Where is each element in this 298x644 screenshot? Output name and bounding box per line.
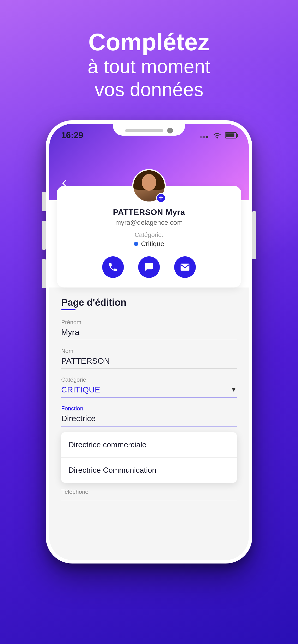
category-value: Critique bbox=[66, 240, 232, 248]
field-categorie[interactable]: CRITIQUE ▼ bbox=[61, 385, 237, 398]
form-group-nom: Nom PATTERSON bbox=[61, 348, 237, 369]
label-fonction: Fonction bbox=[61, 405, 237, 412]
form-group-categorie: Catégorie CRITIQUE ▼ bbox=[61, 376, 237, 398]
label-categorie: Catégorie bbox=[61, 376, 237, 383]
volume-up-button[interactable] bbox=[42, 221, 46, 250]
phone-call-button[interactable] bbox=[102, 256, 124, 278]
email-button[interactable] bbox=[174, 256, 196, 278]
hero-section: Complétez à tout moment vos données bbox=[88, 29, 210, 101]
field-nom[interactable]: PATTERSON bbox=[61, 356, 237, 369]
svg-point-3 bbox=[216, 137, 218, 138]
power-button[interactable] bbox=[252, 211, 256, 259]
status-time: 16:29 bbox=[61, 130, 83, 140]
dropdown-item-1[interactable]: Directrice commerciale bbox=[61, 432, 237, 458]
wifi-icon bbox=[212, 132, 222, 139]
hero-subtitle-line2: à tout moment bbox=[88, 55, 210, 78]
contact-email: myra@delagence.com bbox=[66, 219, 232, 226]
dropdown-arrow-icon: ▼ bbox=[231, 386, 237, 394]
dropdown-item-2[interactable]: Directrice Communication bbox=[61, 458, 237, 483]
category-label: Catégorie. bbox=[66, 231, 232, 238]
categorie-value-text: CRITIQUE bbox=[61, 385, 100, 394]
silent-switch[interactable] bbox=[42, 259, 46, 288]
dropdown-list: Directrice commerciale Directrice Commun… bbox=[61, 432, 237, 483]
section-title-underline bbox=[61, 309, 76, 310]
notch bbox=[113, 124, 185, 136]
field-telephone[interactable] bbox=[61, 497, 237, 500]
category-dot bbox=[134, 242, 138, 246]
phone-mockup: 16:29 bbox=[46, 120, 252, 564]
svg-point-2 bbox=[206, 136, 208, 138]
form-group-prenom: Prénom Myra bbox=[61, 319, 237, 340]
phone-icon bbox=[108, 262, 118, 272]
label-prenom: Prénom bbox=[61, 319, 237, 326]
action-buttons bbox=[66, 256, 232, 278]
contact-name: PATTERSON Myra bbox=[66, 208, 232, 217]
message-button[interactable] bbox=[138, 256, 160, 278]
edit-section: Page d'édition Prénom Myra Nom PATTERSON… bbox=[49, 288, 249, 560]
volume-down-button[interactable] bbox=[42, 192, 46, 211]
front-camera bbox=[167, 128, 173, 134]
profile-card: + PATTERSON Myra myra@delagence.com Caté… bbox=[57, 186, 241, 288]
signal-icon bbox=[200, 132, 209, 138]
svg-point-0 bbox=[200, 136, 203, 138]
field-fonction[interactable]: Directrice bbox=[61, 414, 237, 426]
hero-subtitle-line3: vos données bbox=[88, 78, 210, 101]
label-nom: Nom bbox=[61, 348, 237, 354]
phone-screen: 16:29 bbox=[49, 124, 249, 560]
hero-title-line1: Complétez bbox=[88, 29, 210, 55]
status-icons bbox=[200, 132, 237, 139]
message-icon bbox=[144, 262, 154, 272]
category-text: Critique bbox=[141, 240, 164, 248]
section-title: Page d'édition bbox=[61, 297, 237, 308]
svg-point-1 bbox=[203, 136, 205, 138]
phone-frame: 16:29 bbox=[46, 120, 252, 564]
avatar-wrapper: + bbox=[132, 169, 166, 203]
form-group-telephone: Téléphone bbox=[61, 488, 237, 500]
notch-bar bbox=[125, 130, 163, 132]
form-group-fonction: Fonction Directrice bbox=[61, 405, 237, 426]
add-photo-button[interactable]: + bbox=[156, 193, 166, 203]
field-prenom[interactable]: Myra bbox=[61, 328, 237, 340]
battery-icon bbox=[225, 132, 237, 138]
label-telephone: Téléphone bbox=[61, 488, 237, 495]
email-icon bbox=[180, 262, 190, 272]
